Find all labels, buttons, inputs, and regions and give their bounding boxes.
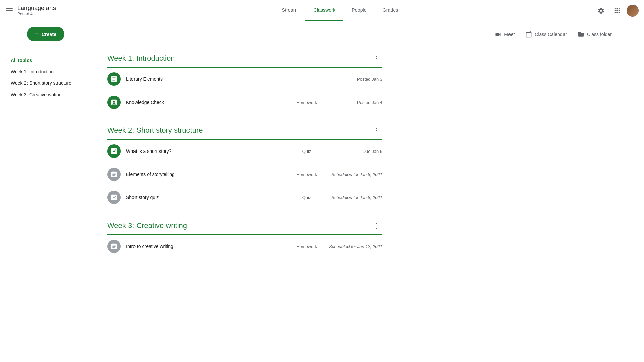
quiz-icon [110, 147, 118, 155]
short-story-quiz-icon [107, 191, 121, 204]
tab-classwork[interactable]: Classwork [305, 0, 343, 21]
folder-button[interactable]: Class folder [572, 28, 617, 40]
assignment-gray2-icon [110, 243, 118, 250]
assignment-intro-creative-writing[interactable]: Intro to creative writing Homework Sched… [107, 235, 382, 258]
sidebar-item-week1[interactable]: Week 1: Introduction [5, 66, 89, 77]
tab-grades[interactable]: Grades [375, 0, 407, 21]
section-week2-title: Week 2: Short story structure [107, 126, 203, 135]
app-subtitle: Period 4 [17, 12, 56, 16]
elements-storytelling-date: Scheduled for Jan 8, 2021 [329, 172, 382, 177]
gear-icon [597, 7, 605, 14]
assignment-short-story-quiz[interactable]: Short story quiz Quiz Scheduled for Jan … [107, 186, 382, 209]
literary-elements-date: Posted Jan 3 [329, 77, 382, 82]
knowledge-check-name: Knowledge Check [126, 100, 284, 105]
calendar-label: Class Calendar [535, 32, 567, 37]
elements-storytelling-name: Elements of storytelling [126, 172, 284, 177]
main-content: Week 1: Introduction ⋮ Literary Elements… [94, 47, 396, 282]
intro-creative-writing-type: Homework [290, 244, 323, 249]
section-week2-header: Week 2: Short story structure ⋮ [107, 124, 382, 140]
intro-creative-writing-name: Intro to creative writing [126, 244, 284, 249]
apps-icon [613, 7, 621, 14]
calendar-button[interactable]: Class Calendar [520, 28, 572, 40]
short-story-quiz-name: Short story quiz [126, 195, 284, 200]
short-story-quiz-date: Scheduled for Jan 8, 2021 [329, 195, 382, 200]
quiz-gray-icon [110, 194, 118, 201]
menu-icon[interactable] [5, 7, 13, 15]
literary-elements-icon [107, 72, 121, 86]
nav-left: Language arts Period 4 [5, 5, 86, 16]
avatar[interactable] [627, 5, 639, 17]
knowledge-check-icon [107, 96, 121, 109]
section-week1-header: Week 1: Introduction ⋮ [107, 52, 382, 68]
what-is-short-story-name: What is a short story? [126, 148, 284, 154]
app-title: Language arts [17, 5, 56, 12]
toolbar: + Create Meet Class Calendar Class folde… [0, 21, 644, 47]
sidebar-item-week2[interactable]: Week 2: Short story structure [5, 78, 89, 88]
assignment-elements-storytelling[interactable]: Elements of storytelling Homework Schedu… [107, 163, 382, 186]
top-nav: Language arts Period 4 Stream Classwork … [0, 0, 644, 21]
nav-tabs: Stream Classwork People Grades [86, 0, 594, 21]
intro-creative-writing-date: Scheduled for Jan 12, 2021 [329, 244, 382, 249]
what-is-short-story-icon [107, 144, 121, 158]
sidebar: All topics Week 1: Introduction Week 2: … [0, 47, 94, 282]
literary-elements-name: Literary Elements [126, 76, 284, 82]
app-title-block: Language arts Period 4 [17, 5, 56, 16]
tab-stream[interactable]: Stream [274, 0, 306, 21]
toolbar-actions: Meet Class Calendar Class folder [489, 28, 617, 40]
create-button[interactable]: + Create [27, 27, 64, 41]
create-plus-icon: + [35, 30, 39, 38]
sidebar-item-week3[interactable]: Week 3: Creative writing [5, 89, 89, 100]
assignment-knowledge-check[interactable]: Knowledge Check Homework Posted Jan 4 [107, 91, 382, 114]
section-week1-more-button[interactable]: ⋮ [370, 52, 382, 64]
create-label: Create [42, 32, 56, 37]
section-week1-title: Week 1: Introduction [107, 54, 175, 63]
nav-right [594, 4, 639, 17]
quiz-assignment-icon [110, 99, 118, 106]
what-is-short-story-type: Quiz [290, 149, 323, 154]
short-story-quiz-type: Quiz [290, 195, 323, 200]
tab-people[interactable]: People [343, 0, 374, 21]
intro-creative-writing-icon [107, 240, 121, 253]
folder-label: Class folder [587, 32, 612, 37]
knowledge-check-type: Homework [290, 100, 323, 105]
section-week2-more-button[interactable]: ⋮ [370, 124, 382, 136]
section-week1: Week 1: Introduction ⋮ Literary Elements… [107, 52, 382, 114]
section-week3: Week 3: Creative writing ⋮ Intro to crea… [107, 220, 382, 258]
main-layout: All topics Week 1: Introduction Week 2: … [0, 47, 644, 282]
meet-icon [495, 31, 501, 38]
assignment-literary-elements[interactable]: Literary Elements Posted Jan 3 [107, 68, 382, 91]
sidebar-item-all-topics[interactable]: All topics [5, 55, 89, 66]
elements-storytelling-type: Homework [290, 172, 323, 177]
avatar-image [627, 5, 639, 17]
settings-button[interactable] [594, 4, 608, 17]
elements-storytelling-icon [107, 168, 121, 181]
knowledge-check-date: Posted Jan 4 [329, 100, 382, 105]
section-week3-more-button[interactable]: ⋮ [370, 220, 382, 232]
section-week3-header: Week 3: Creative writing ⋮ [107, 220, 382, 235]
section-week2: Week 2: Short story structure ⋮ What is … [107, 124, 382, 209]
what-is-short-story-date: Due Jan 6 [329, 149, 382, 154]
section-week3-title: Week 3: Creative writing [107, 221, 187, 230]
assignment-icon [110, 75, 118, 83]
assignment-gray-icon [110, 171, 118, 178]
folder-icon [578, 31, 584, 38]
meet-label: Meet [504, 32, 515, 37]
calendar-icon [525, 31, 532, 38]
assignment-what-is-short-story[interactable]: What is a short story? Quiz Due Jan 6 [107, 140, 382, 163]
apps-button[interactable] [610, 4, 624, 17]
meet-button[interactable]: Meet [489, 28, 520, 40]
